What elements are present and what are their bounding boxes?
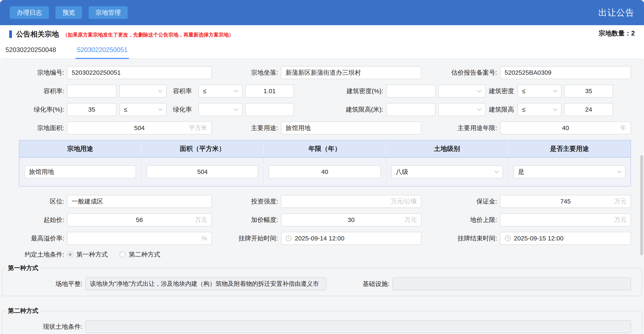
premium-cap-unit: % <box>202 235 207 242</box>
height-limit-min-input[interactable] <box>386 103 436 116</box>
top-toolbar: 办理日志 预览 宗地管理 出让公告 <box>0 0 644 25</box>
start-price-value: 56 <box>72 216 207 223</box>
infrastructure-input[interactable] <box>392 277 631 290</box>
method-one-legend: 第一种方式 <box>6 264 41 272</box>
listing-end-value: 2025-09-15 12:00 <box>514 235 626 242</box>
land-condition-label: 约定土地条件: <box>8 250 67 259</box>
main-use-input[interactable]: 旅馆用地 <box>281 122 421 135</box>
col-header-years: 年限（年） <box>264 140 386 157</box>
section-tick-bar <box>9 31 12 38</box>
tab-parcel-52030220250051[interactable]: 52030220250051 <box>76 43 129 59</box>
listing-end-picker[interactable]: 2025-09-15 12:00 <box>500 232 631 245</box>
processing-log-button[interactable]: 办理日志 <box>10 6 49 19</box>
radio-method-one[interactable]: 第一种方式 <box>67 250 108 259</box>
land-use-table: 宗地用途 面积（平方米） 年限（年） 土地级别 是否主要用途 旅馆用地 504 … <box>19 140 631 186</box>
current-condition-input[interactable] <box>85 320 631 333</box>
plot-ratio-max-op-select[interactable]: ≤ <box>198 85 242 98</box>
radio-method-two[interactable]: 第二种方式 <box>120 250 160 259</box>
plot-ratio-max-value: 1.01 <box>250 88 289 95</box>
height-limit-max-op-value: ≤ <box>522 106 551 113</box>
parcel-count-label: 宗地数量： <box>599 30 631 37</box>
density-max-op-value: ≤ <box>522 88 551 95</box>
plot-ratio-mid-label: 容积率 <box>170 87 196 96</box>
start-price-input[interactable]: 56万元 <box>67 213 212 226</box>
listing-start-value: 2025-09-14 12:00 <box>295 235 417 242</box>
row-years-input[interactable]: 40 <box>269 165 380 178</box>
method-two-fieldset: 第二种方式 现状土地条件: <box>2 307 642 334</box>
col-header-area: 面积（平方米） <box>142 140 264 157</box>
report-no-input[interactable]: 5202525BA0309 <box>500 66 631 79</box>
invest-input[interactable]: 万元/公顷 <box>281 195 421 208</box>
height-limit-max-value: 24 <box>569 106 608 113</box>
deposit-input[interactable]: 745万元 <box>500 195 631 208</box>
plot-ratio-label: 容积率: <box>8 87 64 96</box>
chevron-down-icon <box>494 169 499 173</box>
parcel-count-value: 2 <box>631 30 635 37</box>
area-value: 504 <box>72 124 207 132</box>
chevron-down-icon <box>617 169 622 173</box>
main-use-value: 旅馆用地 <box>286 124 417 132</box>
col-header-land-grade: 土地级别 <box>386 140 508 157</box>
row-land-grade-select[interactable]: 八级 <box>391 165 503 178</box>
use-years-input[interactable]: 40年 <box>500 122 631 135</box>
deposit-value: 745 <box>504 198 626 205</box>
density-min-input[interactable] <box>386 85 436 98</box>
district-label: 区位: <box>8 197 67 206</box>
col-header-is-main: 是否主要用途 <box>508 140 630 157</box>
price-cap-label: 地价上限: <box>428 216 500 224</box>
preview-button[interactable]: 预览 <box>55 6 82 19</box>
greening-max-input[interactable] <box>245 103 294 116</box>
row-is-main-select[interactable]: 是 <box>514 165 626 178</box>
parcel-management-button[interactable]: 宗地管理 <box>88 6 128 19</box>
increment-label: 加价幅度: <box>218 216 281 224</box>
chevron-down-icon <box>234 88 238 92</box>
height-limit-max-input[interactable]: 24 <box>564 103 613 116</box>
current-condition-label: 现状土地条件: <box>2 322 85 331</box>
density-max-input[interactable]: 35 <box>564 85 613 98</box>
area-unit: 平方米 <box>189 124 207 132</box>
parcel-no-value: 52030220250051 <box>72 69 207 76</box>
height-limit-min-op-select[interactable] <box>438 103 486 116</box>
price-cap-input[interactable]: 万元 <box>500 213 631 226</box>
infrastructure-label: 基础设施: <box>326 280 392 288</box>
greening-min-input[interactable]: 35 <box>67 103 116 116</box>
increment-input[interactable]: 30万元 <box>281 213 421 226</box>
greening-min-op-select[interactable]: ≤ <box>119 103 166 116</box>
use-years-value: 40 <box>504 124 626 132</box>
height-limit-label: 建筑限高(米): <box>340 105 383 114</box>
area-input[interactable]: 504平方米 <box>67 122 212 135</box>
radio-method-two-label: 第二种方式 <box>129 250 160 259</box>
tab-parcel-52030220250048[interactable]: 52030220250048 <box>4 43 57 59</box>
density-min-op-select[interactable] <box>438 85 486 98</box>
plot-ratio-min-op-select[interactable] <box>119 85 166 98</box>
plot-ratio-max-input[interactable]: 1.01 <box>245 85 294 98</box>
section-warning-note: （如果原方案宗地发生了更改，先删除这个公告宗地，再重新选择方案宗地） <box>63 30 234 38</box>
chevron-down-icon <box>158 106 162 111</box>
parcel-tabs: 52030220250048 52030220250051 <box>2 43 642 59</box>
location-label: 宗地坐落: <box>218 68 281 77</box>
density-max-op-select[interactable]: ≤ <box>518 85 562 98</box>
row-area-input[interactable]: 504 <box>146 165 258 178</box>
vertical-scrollbar[interactable] <box>640 155 643 255</box>
greening-min-op-value: ≤ <box>124 106 156 113</box>
premium-cap-input[interactable]: % <box>67 232 212 245</box>
main-use-label: 主要用途: <box>218 124 281 132</box>
start-price-label: 起始价: <box>8 216 67 224</box>
height-limit-max-op-select[interactable]: ≤ <box>518 103 562 116</box>
page-title: 出让公告 <box>598 7 634 19</box>
height-limit-mid-label: 建筑限高 <box>488 105 514 114</box>
greening-max-op-select[interactable] <box>198 103 242 116</box>
start-price-unit: 万元 <box>195 216 207 224</box>
density-mid-label: 建筑密度 <box>488 87 514 96</box>
parcel-no-input[interactable]: 52030220250051 <box>67 66 212 79</box>
method-two-legend: 第二种方式 <box>6 307 41 315</box>
chevron-down-icon <box>234 106 238 111</box>
row-use-input[interactable]: 旅馆用地 <box>24 165 136 178</box>
district-input[interactable]: 一般建成区 <box>67 195 212 208</box>
site-leveling-input[interactable]: 该地块为“净地”方式出让，涉及地块内建（构）筑物及附着物的拆迁安置补偿由遵义市 <box>85 277 326 290</box>
listing-start-picker[interactable]: 2025-09-14 12:00 <box>281 232 421 245</box>
radio-method-one-label: 第一种方式 <box>76 250 108 259</box>
location-input[interactable]: 新蒲新区新蒲街道办三坝村 <box>281 66 421 79</box>
plot-ratio-min-input[interactable] <box>67 85 116 98</box>
parcel-form: 宗地编号: 52030220250051 宗地坐落: 新蒲新区新蒲街道办三坝村 … <box>0 59 644 334</box>
